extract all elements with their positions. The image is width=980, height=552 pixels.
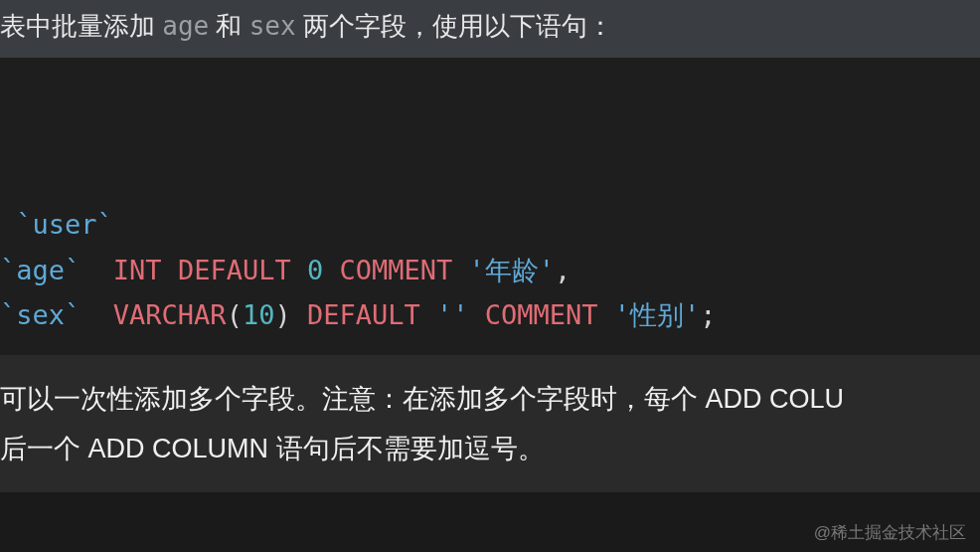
explanation-text: 可以一次性添加多个字段。注意：在添加多个字段时，每个 ADD COLU 后一个 … bbox=[0, 355, 980, 492]
explain-line-1: 可以一次性添加多个字段。注意：在添加多个字段时，每个 ADD COLU bbox=[0, 375, 980, 425]
code-line-2: `age` INT DEFAULT 0 COMMENT '年龄', bbox=[0, 248, 980, 292]
code-block: `user` `age` INT DEFAULT 0 COMMENT '年龄',… bbox=[0, 58, 980, 355]
intro-pre: 表中批量添加 bbox=[0, 11, 162, 41]
watermark: @稀土掘金技术社区 bbox=[814, 521, 966, 544]
code-line-3: `sex` VARCHAR(10) DEFAULT '' COMMENT '性别… bbox=[0, 292, 980, 337]
intro-text: 表中批量添加 age 和 sex 两个字段，使用以下语句： bbox=[0, 0, 980, 58]
inline-code-sex: sex bbox=[249, 11, 296, 41]
explain-line-2: 后一个 ADD COLUMN 语句后不需要加逗号。 bbox=[0, 425, 980, 474]
code-line-1: `user` bbox=[0, 202, 980, 247]
intro-post: 两个字段，使用以下语句： bbox=[296, 11, 613, 41]
intro-mid: 和 bbox=[209, 11, 248, 41]
inline-code-age: age bbox=[162, 11, 209, 41]
